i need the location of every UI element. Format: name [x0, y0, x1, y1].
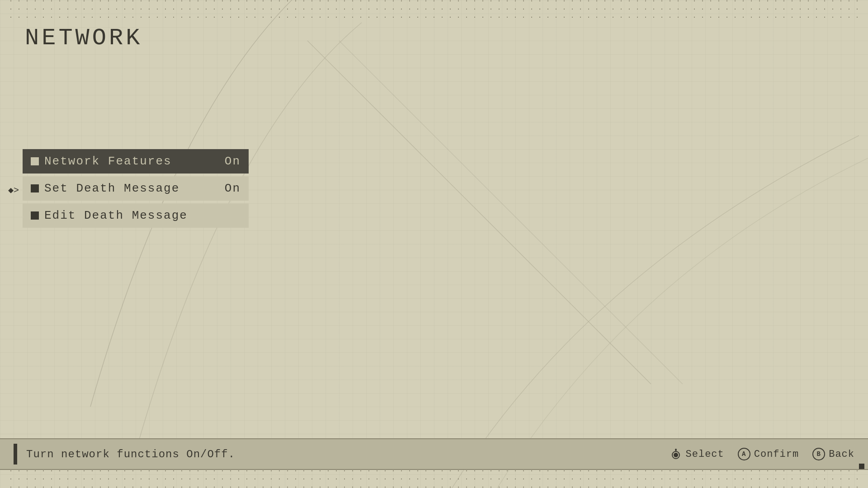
dot-border-bottom	[0, 470, 868, 488]
b-button-icon: B	[812, 448, 825, 460]
page-title: NETWORK	[25, 25, 142, 52]
menu-item-icon	[31, 184, 39, 192]
menu-item-set-death-message[interactable]: Set Death Message On	[23, 176, 249, 201]
menu-item-icon	[31, 157, 39, 165]
svg-point-5	[675, 449, 677, 450]
menu-container: ◆> Network Features On Set Death Message…	[23, 149, 249, 230]
set-death-message-label: Set Death Message	[44, 182, 179, 195]
confirm-label: Confirm	[754, 449, 799, 460]
menu-item-left: Set Death Message	[31, 182, 179, 195]
selection-arrow: ◆>	[8, 184, 19, 196]
svg-line-1	[339, 41, 683, 384]
bottom-bar-description: Turn network functions On/Off.	[26, 448, 670, 460]
svg-point-3	[674, 453, 678, 457]
bottom-bar-controls: Select A Confirm B Back	[670, 448, 854, 460]
network-features-label: Network Features	[44, 155, 172, 168]
menu-item-edit-death-message[interactable]: Edit Death Message	[23, 203, 249, 228]
menu-item-icon	[31, 211, 39, 220]
bottom-bar: Turn network functions On/Off. Select A …	[0, 438, 868, 470]
corner-square	[859, 464, 864, 469]
set-death-message-value: On	[225, 182, 241, 195]
menu-item-network-features[interactable]: Network Features On	[23, 149, 249, 174]
menu-item-left: Edit Death Message	[31, 209, 188, 222]
back-label: Back	[829, 449, 854, 460]
background	[0, 0, 868, 488]
control-back: B Back	[812, 448, 854, 460]
control-confirm: A Confirm	[738, 448, 799, 460]
network-features-value: On	[225, 155, 241, 168]
edit-death-message-label: Edit Death Message	[44, 209, 188, 222]
a-button-icon: A	[738, 448, 750, 460]
select-label: Select	[686, 449, 724, 460]
dot-border-top	[0, 0, 868, 18]
stick-icon	[670, 448, 682, 460]
control-select: Select	[670, 448, 724, 460]
decorative-lines	[0, 0, 868, 488]
bottom-bar-accent	[14, 444, 17, 465]
menu-item-left: Network Features	[31, 155, 172, 168]
svg-line-0	[307, 41, 651, 384]
